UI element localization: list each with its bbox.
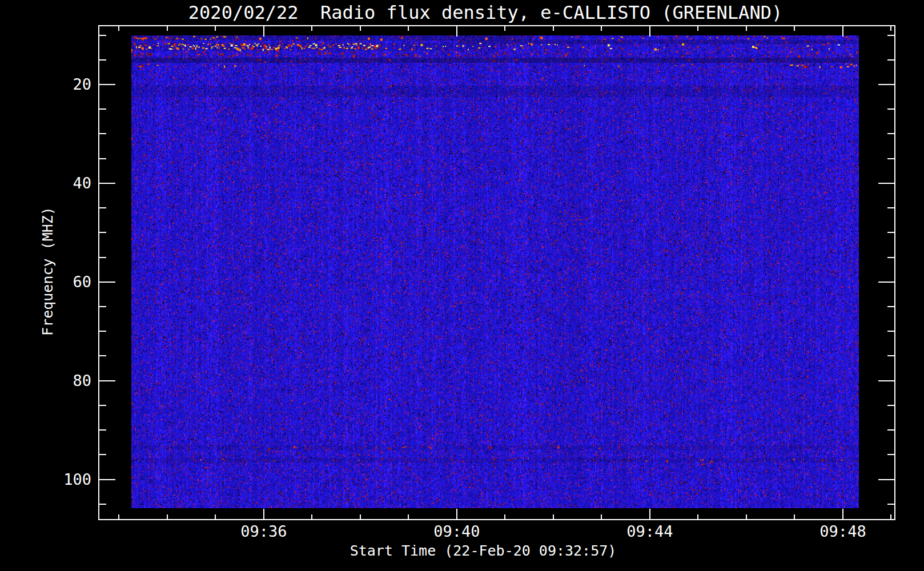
x-minor-tick-top: [601, 26, 602, 31]
x-minor-tick-top: [360, 26, 361, 31]
x-minor-tick: [601, 514, 602, 519]
x-major-tick-top: [263, 26, 264, 37]
y-minor-tick: [99, 232, 106, 233]
y-tick-label: 20: [23, 76, 91, 93]
y-tick-label: 80: [23, 372, 91, 389]
y-minor-tick: [99, 257, 106, 258]
y-minor-tick: [99, 405, 106, 406]
x-axis-title: Start Time (22-Feb-20 09:32:57): [83, 542, 883, 560]
x-major-tick: [263, 509, 264, 519]
x-tick-label: 09:40: [417, 523, 497, 540]
x-minor-tick: [890, 514, 891, 519]
x-minor-tick: [504, 514, 505, 519]
x-minor-tick: [215, 514, 216, 519]
x-minor-tick-top: [504, 26, 505, 31]
x-minor-tick: [794, 514, 795, 519]
y-minor-tick-right: [887, 257, 894, 258]
x-minor-tick: [408, 514, 409, 519]
x-tick-label: 09:36: [224, 523, 304, 540]
y-minor-tick-right: [887, 232, 894, 233]
x-minor-tick: [553, 514, 554, 519]
y-major-tick-right: [878, 282, 894, 283]
x-minor-tick: [311, 514, 312, 519]
x-minor-tick-top: [890, 26, 891, 31]
y-major-tick-right: [878, 84, 894, 85]
y-minor-tick: [99, 158, 106, 159]
y-minor-tick: [99, 59, 106, 61]
y-tick-label: 40: [23, 175, 91, 192]
y-minor-tick-right: [887, 108, 894, 110]
y-minor-tick-right: [887, 133, 894, 134]
y-minor-tick-right: [887, 306, 894, 307]
y-major-tick-right: [878, 183, 894, 184]
x-minor-tick-top: [408, 26, 409, 31]
y-minor-tick: [99, 35, 106, 36]
y-minor-tick: [99, 355, 106, 356]
y-tick-label: 100: [23, 471, 91, 488]
x-minor-tick: [118, 514, 119, 519]
x-minor-tick-top: [746, 26, 747, 31]
y-major-tick-right: [878, 479, 894, 480]
x-minor-tick-top: [311, 26, 312, 31]
x-major-tick-top: [649, 26, 650, 37]
y-minor-tick-right: [887, 405, 894, 406]
x-major-tick-top: [842, 26, 843, 37]
y-major-tick-right: [878, 380, 894, 381]
x-major-tick: [456, 509, 457, 519]
y-minor-tick-right: [887, 454, 894, 455]
y-minor-tick-right: [887, 207, 894, 208]
y-minor-tick: [99, 133, 106, 134]
y-major-tick: [99, 380, 115, 381]
x-minor-tick-top: [697, 26, 698, 31]
y-minor-tick-right: [887, 355, 894, 356]
y-minor-tick-right: [887, 504, 894, 505]
spectrogram-figure: 2020/02/22 Radio flux density, e-CALLIST…: [0, 0, 924, 571]
y-minor-tick: [99, 306, 106, 307]
y-minor-tick: [99, 429, 106, 431]
y-minor-tick-right: [887, 59, 894, 61]
y-major-tick: [99, 183, 115, 184]
y-tick-label: 60: [23, 274, 91, 291]
x-minor-tick: [697, 514, 698, 519]
x-tick-label: 09:48: [803, 523, 883, 540]
y-minor-tick-right: [887, 158, 894, 159]
y-minor-tick-right: [887, 429, 894, 431]
y-axis-title: Frequency (MHZ): [40, 207, 56, 336]
x-major-tick-top: [456, 26, 457, 37]
x-minor-tick: [360, 514, 361, 519]
y-minor-tick-right: [887, 331, 894, 332]
x-minor-tick-top: [118, 26, 119, 31]
y-major-tick: [99, 282, 115, 283]
y-minor-tick: [99, 454, 106, 455]
x-major-tick: [842, 509, 843, 519]
y-minor-tick-right: [887, 35, 894, 36]
y-minor-tick: [99, 108, 106, 110]
x-minor-tick-top: [215, 26, 216, 31]
x-minor-tick-top: [553, 26, 554, 31]
x-minor-tick-top: [794, 26, 795, 31]
y-minor-tick: [99, 504, 106, 505]
x-tick-label: 09:44: [610, 523, 690, 540]
x-minor-tick: [167, 514, 168, 519]
y-minor-tick: [99, 207, 106, 208]
spectrogram-image: [131, 35, 859, 508]
y-major-tick: [99, 479, 115, 480]
y-major-tick: [99, 84, 115, 85]
x-minor-tick: [746, 514, 747, 519]
x-major-tick: [649, 509, 650, 519]
chart-title: 2020/02/22 Radio flux density, e-CALLIST…: [87, 2, 884, 23]
y-minor-tick: [99, 331, 106, 332]
x-minor-tick-top: [167, 26, 168, 31]
